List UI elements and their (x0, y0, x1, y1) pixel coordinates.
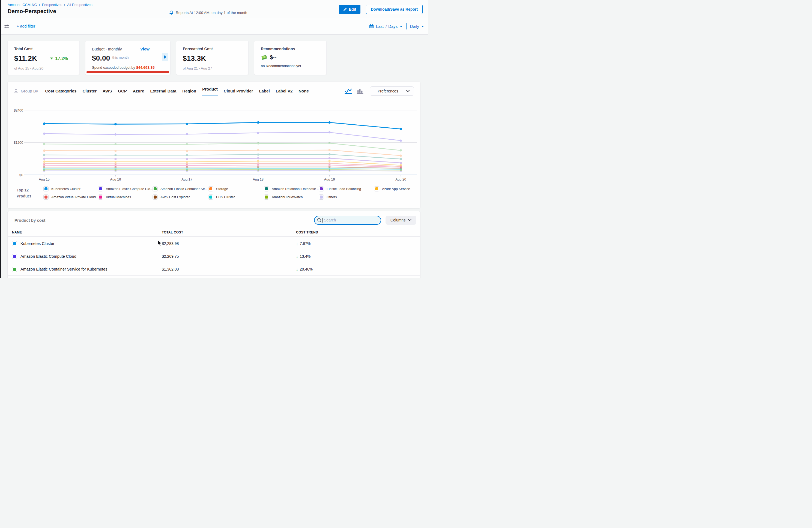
chevron-down-icon (400, 26, 403, 27)
recommendations-label: Recommendations (261, 47, 321, 51)
legend-label: Kubernetes Cluster (51, 187, 81, 191)
legend-label: Amazon Virtual Private Cloud (51, 195, 96, 199)
report-schedule-text: Reports At 12:00 AM, on day 1 of the mon… (176, 11, 247, 15)
series-elastic-load-balancing (43, 157, 402, 164)
group-by-tab-gcp[interactable]: GCP (118, 89, 127, 93)
edit-button-label: Edit (349, 7, 356, 12)
group-by-tab-label-v2[interactable]: Label V2 (276, 89, 293, 93)
table-row[interactable]: Kubernetes Cluster$2,283.98↓7.87% (8, 237, 420, 250)
trend-down-triangle-icon (50, 58, 53, 59)
budget-value: $0.00 (92, 54, 110, 62)
breadcrumb-all-perspectives-link[interactable]: All Perspectives (67, 3, 92, 7)
series-kubernetes-cluster (43, 121, 402, 130)
col-header-total-cost[interactable]: TOTAL COST (162, 231, 296, 234)
group-by-tab-aws[interactable]: AWS (103, 89, 112, 93)
edit-button[interactable]: Edit (339, 5, 360, 14)
legend-label: Virtual Machines (106, 195, 131, 199)
total-cost-label: Total Cost (14, 47, 74, 51)
x-axis-tick-label: Aug 17 (182, 178, 192, 181)
time-range-value: Last 7 Days (376, 24, 397, 29)
group-by-tab-region[interactable]: Region (182, 89, 196, 93)
table-section-title: Product by cost (14, 218, 45, 222)
summary-cards: Total Cost $11.2K 17.2% of Aug 15 - Aug … (8, 41, 420, 75)
legend-item[interactable]: Azure App Service (374, 186, 412, 191)
col-header-name[interactable]: NAME (12, 231, 162, 234)
legend-item[interactable]: AWS Cost Explorer (153, 194, 208, 200)
group-by-tab-cost-categories[interactable]: Cost Categories (45, 89, 76, 93)
legend-swatch (43, 186, 48, 191)
total-cost-value: $11.2K (14, 54, 37, 63)
arrow-down-icon: ↓ (296, 241, 298, 246)
granularity-value: Daily (410, 24, 419, 29)
download-save-report-button[interactable]: Download/Save as Report (366, 5, 423, 14)
legend-item[interactable]: Elastic Load Balancing (319, 186, 374, 191)
x-axis-tick-label: Aug 20 (395, 178, 406, 181)
legend-item[interactable]: Amazon Virtual Private Cloud (43, 194, 98, 200)
row-cost-trend: ↓13.4% (296, 254, 420, 259)
row-product-name: Amazon Elastic Compute Cloud (20, 254, 76, 259)
arrow-down-icon: ↓ (296, 254, 298, 259)
legend-item[interactable]: Amazon Relational Database ... (264, 186, 319, 191)
row-total-cost: $2,283.98 (162, 241, 296, 246)
group-by-tab-cloud-provider[interactable]: Cloud Provider (224, 89, 253, 93)
line-chart-toggle-icon[interactable] (345, 88, 352, 94)
budget-label: Budget - monthly (92, 47, 122, 51)
legend-item[interactable]: Storage (208, 186, 264, 191)
chevron-down-icon (408, 219, 411, 221)
time-range-selector[interactable]: Last 7 Days (369, 24, 403, 29)
legend-item[interactable]: Kubernetes Cluster (43, 186, 98, 191)
table-header-row: NAME TOTAL COST COST TREND (8, 229, 420, 236)
preferences-dropdown[interactable]: Preferences (370, 86, 414, 96)
group-by-tab-none[interactable]: None (299, 89, 309, 93)
bar-chart-toggle-icon[interactable] (357, 88, 363, 94)
group-by-tab-external-data[interactable]: External Data (150, 89, 176, 93)
group-by-tab-product[interactable]: Product (202, 87, 218, 91)
legend-swatch (374, 186, 379, 191)
row-cost-trend: ↓20.46% (296, 267, 420, 272)
pencil-icon (343, 8, 347, 11)
series-amazon-elastic-compute-cloud (43, 131, 402, 142)
columns-dropdown[interactable]: Columns (386, 216, 416, 225)
table-row[interactable]: Amazon Elastic Compute Cloud$2,269.75↓13… (8, 250, 420, 263)
group-by-tab-label[interactable]: Label (259, 89, 270, 93)
row-trend-percent: 20.46% (300, 267, 313, 272)
add-filter-button[interactable]: + add filter (17, 24, 35, 28)
legend-swatch (208, 186, 213, 191)
search-input[interactable] (314, 216, 381, 225)
filter-sliders-icon[interactable] (4, 24, 10, 29)
breadcrumb-perspectives-link[interactable]: Perspectives (42, 3, 62, 7)
group-by-tab-cluster[interactable]: Cluster (83, 89, 97, 93)
legend-item[interactable]: Others (319, 194, 374, 200)
row-product-name: Kubernetes Cluster (20, 241, 54, 246)
breadcrumb-account-link[interactable]: Account: CCM-NG (8, 3, 37, 7)
total-cost-period: of Aug 15 - Aug 20 (14, 66, 74, 70)
legend-label: Azure App Service (382, 187, 410, 191)
group-by-tab-azure[interactable]: Azure (133, 89, 144, 93)
product-search (314, 216, 381, 225)
carousel-next-button[interactable] (162, 53, 168, 61)
budget-view-link[interactable]: View (140, 47, 149, 51)
product-table-panel: Product by cost Columns NAME TOTAL COST … (8, 211, 420, 278)
play-right-icon (164, 55, 166, 59)
breadcrumb-chevron-icon: › (64, 3, 65, 7)
legend-item[interactable]: Virtual Machines (98, 194, 153, 200)
legend-item[interactable]: Amazon Elastic Compute Clo... (98, 186, 153, 191)
granularity-selector[interactable]: Daily (410, 24, 424, 29)
total-cost-card: Total Cost $11.2K 17.2% of Aug 15 - Aug … (8, 41, 80, 75)
arrow-down-icon: ↓ (296, 267, 298, 272)
divider (406, 23, 407, 29)
legend-swatch (153, 186, 158, 191)
legend-item[interactable]: Amazon Elastic Container Se... (153, 186, 208, 191)
legend-swatch (264, 194, 269, 200)
legend-item[interactable]: AmazonCloudWatch (264, 194, 319, 200)
row-trend-percent: 13.4% (300, 254, 311, 259)
recommendations-value: $-- (270, 54, 276, 61)
legend-item[interactable]: ECS Cluster (208, 194, 264, 200)
table-row[interactable]: Amazon Elastic Container Service for Kub… (8, 263, 420, 276)
col-header-cost-trend[interactable]: COST TREND (296, 231, 420, 234)
recommendations-card: Recommendations $-- no Recommendations y… (254, 41, 327, 75)
forecasted-cost-label: Forecasted Cost (183, 47, 243, 51)
row-cost-trend: ↓7.87% (296, 241, 420, 246)
y-axis-tick-label: $1200 (14, 141, 23, 145)
x-axis-tick-label: Aug 16 (110, 178, 121, 181)
